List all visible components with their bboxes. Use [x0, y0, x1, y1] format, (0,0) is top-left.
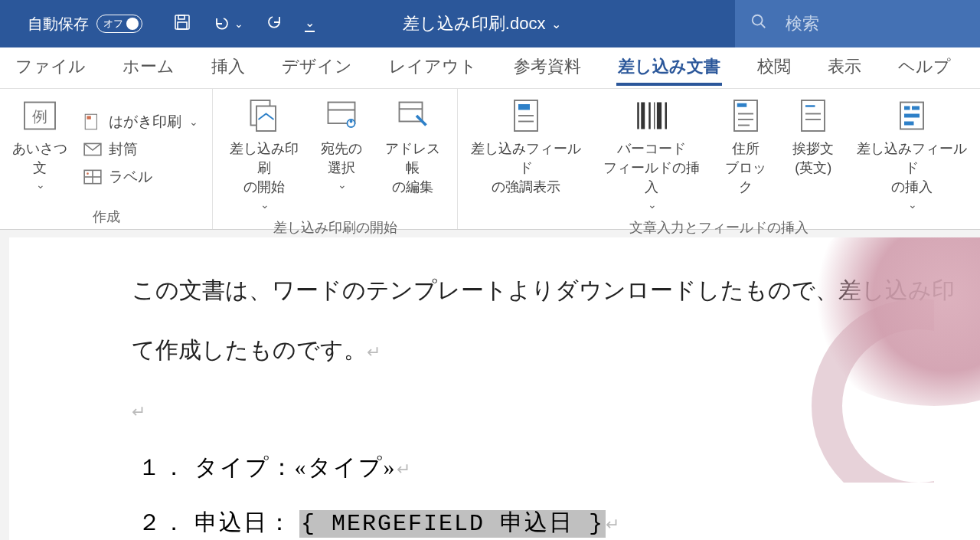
greeting-line-icon [794, 97, 832, 135]
envelope-icon [83, 139, 103, 159]
tab-design[interactable]: デザイン [280, 51, 354, 86]
svg-rect-45 [904, 122, 914, 126]
tab-references[interactable]: 参考資料 [512, 51, 583, 86]
address-block-icon [727, 97, 765, 135]
save-icon[interactable] [173, 13, 191, 35]
select-recipients-button[interactable]: 宛先の 選択⌄ [314, 93, 369, 215]
merge-field-code-selected[interactable]: { MERGEFIELD 申込日 } [299, 510, 606, 538]
group-label-write: 文章入力とフィールドの挿入 [466, 215, 972, 237]
ribbon-tabs: ファイル ホーム 挿入 デザイン レイアウト 参考資料 差し込み文書 校閲 表示… [0, 47, 980, 89]
hagaki-icon [83, 112, 103, 132]
tab-insert[interactable]: 挿入 [210, 51, 247, 86]
ribbon-group-start: 差し込み印刷 の開始⌄ 宛先の 選択⌄ アドレス帳 の編集 差し込み印刷の開始 [213, 89, 458, 229]
search-placeholder: 検索 [786, 12, 819, 35]
svg-rect-42 [904, 106, 910, 110]
greeting-icon: 例 [21, 97, 59, 135]
barcode-icon [632, 97, 671, 135]
svg-rect-2 [178, 22, 187, 29]
tab-home[interactable]: ホーム [121, 51, 176, 86]
tab-mailings[interactable]: 差し込み文書 [616, 51, 722, 86]
document-page[interactable]: この文書は、ワードのテンプレートよりダウンロードしたもので、差し込み印 て作成し… [9, 237, 980, 540]
greeting-line-button[interactable]: 挨拶文 (英文) [786, 93, 841, 215]
recipients-icon [322, 97, 361, 135]
redo-icon[interactable] [265, 13, 283, 35]
autosave-off-pill[interactable]: オフ [96, 15, 142, 33]
svg-point-13 [87, 172, 89, 175]
customize-qat-icon[interactable]: ⌄ [305, 15, 315, 32]
search-icon [750, 13, 767, 34]
merge-field-type[interactable]: «タイプ» [295, 454, 397, 479]
document-area: この文書は、ワードのテンプレートよりダウンロードしたもので、差し込み印 て作成し… [0, 230, 980, 540]
paragraph-mark-icon: ↵ [606, 515, 621, 534]
paragraph-mark-icon: ↵ [132, 402, 145, 421]
highlight-merge-fields-button[interactable]: 差し込みフィールド の強調表示 [466, 93, 586, 215]
label-icon [83, 167, 103, 187]
tab-view[interactable]: 表示 [826, 51, 863, 86]
hagaki-print-button[interactable]: はがき印刷⌄ [78, 110, 203, 133]
tab-review[interactable]: 校閲 [756, 51, 792, 86]
svg-rect-1 [178, 15, 185, 19]
svg-rect-44 [904, 114, 920, 118]
paragraph-mark-icon: ↵ [367, 342, 381, 362]
ribbon-group-write: 差し込みフィールド の強調表示 バーコード フィールドの挿入⌄ 住所 ブロック … [458, 89, 980, 229]
greeting-text-button[interactable]: 例 あいさつ 文 ⌄ [8, 93, 72, 205]
chevron-down-icon: ⌄ [551, 17, 561, 31]
labels-button[interactable]: ラベル [78, 165, 203, 188]
svg-text:例: 例 [32, 108, 47, 125]
ribbon: 例 あいさつ 文 ⌄ はがき印刷⌄ 封筒 ラベル 作成 [0, 89, 980, 230]
edit-recipient-list-button[interactable]: アドレス帳 の編集 [375, 93, 449, 215]
autosave-toggle[interactable]: 自動保存 オフ [0, 14, 142, 34]
svg-rect-43 [912, 106, 920, 110]
group-label-start: 差し込み印刷の開始 [220, 215, 449, 237]
edit-list-icon [394, 97, 432, 135]
insert-field-icon [893, 97, 931, 135]
list-item-2[interactable]: ２． 申込日： { MERGEFIELD 申込日 }↵ [132, 495, 980, 540]
document-title[interactable]: 差し込み印刷.docx ⌄ [403, 12, 562, 35]
svg-rect-8 [87, 116, 90, 119]
quick-access-toolbar: ⌄ ⌄ [142, 13, 315, 35]
tab-layout[interactable]: レイアウト [387, 51, 479, 86]
svg-point-3 [753, 15, 763, 25]
ribbon-group-create: 例 あいさつ 文 ⌄ はがき印刷⌄ 封筒 ラベル 作成 [0, 89, 213, 229]
address-block-button[interactable]: 住所 ブロック [716, 93, 775, 215]
undo-icon[interactable]: ⌄ [213, 15, 243, 33]
insert-merge-field-button[interactable]: 差し込みフィールド の挿入⌄ [851, 93, 972, 215]
paragraph-mark-icon: ↵ [397, 460, 412, 479]
svg-rect-33 [737, 103, 747, 107]
search-box[interactable]: 検索 [735, 0, 980, 47]
tab-help[interactable]: ヘルプ [897, 51, 952, 86]
group-label-create: 作成 [8, 205, 204, 226]
title-bar: 自動保存 オフ ⌄ ⌄ 差し込み印刷.docx ⌄ 検索 [0, 0, 980, 47]
svg-rect-37 [802, 100, 825, 131]
tab-file[interactable]: ファイル [14, 51, 87, 86]
autosave-label: 自動保存 [28, 14, 89, 34]
insert-barcode-button[interactable]: バーコード フィールドの挿入⌄ [597, 93, 706, 215]
svg-point-19 [350, 120, 353, 123]
start-merge-icon [245, 97, 283, 135]
svg-line-4 [761, 24, 766, 28]
highlight-fields-icon [507, 97, 545, 135]
start-mail-merge-button[interactable]: 差し込み印刷 の開始⌄ [220, 93, 308, 215]
svg-rect-23 [518, 104, 530, 110]
envelope-button[interactable]: 封筒 [78, 138, 203, 161]
